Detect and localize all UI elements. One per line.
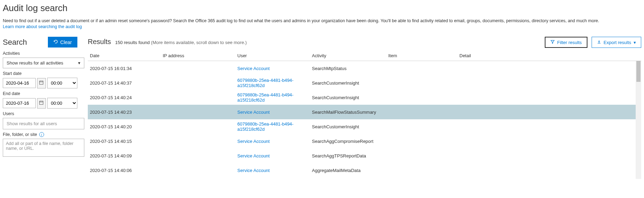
col-date-header[interactable]: Date (90, 53, 163, 58)
svg-rect-0 (40, 81, 43, 85)
user-link[interactable]: 6079880b-25ea-4481-b494-a15f218cf62d (237, 78, 294, 88)
table-row[interactable]: 2020-07-15 14:40:06 Service Account Aggr… (88, 163, 641, 178)
col-detail-header[interactable]: Detail (459, 53, 639, 58)
user-link[interactable]: 6079880b-25ea-4481-b494-a15f218cf62d (237, 92, 294, 103)
table-row[interactable]: 2020-07-15 14:40:09 Service Account Sear… (88, 148, 641, 163)
col-user-header[interactable]: User (237, 53, 312, 58)
table-header: Date IP address User Activity Item Detai… (88, 51, 641, 61)
cell-date: 2020-07-15 14:40:06 (90, 168, 163, 173)
svg-rect-1 (40, 101, 43, 105)
user-link[interactable]: Service Account (237, 66, 270, 71)
users-input[interactable] (3, 118, 84, 129)
activities-select[interactable]: Show results for all activities ▾ (3, 58, 84, 68)
cell-activity: SearchMailFlowStatusSummary (312, 110, 388, 115)
page-title: Audit log search (3, 3, 641, 14)
scroll-thumb[interactable] (636, 61, 641, 82)
filter-label: Filter results (557, 40, 582, 45)
results-more-text: (More items available, scroll down to se… (151, 40, 247, 45)
user-link[interactable]: Service Account (237, 168, 270, 173)
table-row[interactable]: 2020-07-15 14:40:15 Service Account Sear… (88, 134, 641, 148)
results-title: Results (88, 38, 111, 46)
cell-activity: SearchCustomerInsight (312, 80, 388, 86)
caret-down-icon: ▾ (634, 40, 636, 45)
download-icon (597, 40, 601, 45)
cell-activity: SearchCustomerInsight (312, 95, 388, 100)
user-link[interactable]: Service Account (237, 110, 270, 115)
end-date-input[interactable] (3, 98, 36, 108)
cell-date: 2020-07-15 14:40:20 (90, 124, 163, 129)
cell-date: 2020-07-15 14:40:15 (90, 139, 163, 144)
end-date-calendar-button[interactable] (37, 98, 46, 109)
caret-down-icon: ▾ (78, 60, 80, 66)
cell-date: 2020-07-15 16:01:34 (90, 66, 163, 71)
table-row[interactable]: 2020-07-15 14:40:20 6079880b-25ea-4481-b… (88, 119, 641, 134)
table-row[interactable]: 2020-07-15 16:01:34 Service Account Sear… (88, 61, 641, 76)
export-results-button[interactable]: Export results ▾ (592, 37, 641, 48)
undo-icon (53, 39, 58, 45)
cell-activity: SearchAggCompromiseReport (312, 139, 388, 144)
export-label: Export results (604, 40, 631, 45)
cell-date: 2020-07-15 14:40:24 (90, 95, 163, 100)
start-date-input[interactable] (3, 78, 36, 88)
cell-date: 2020-07-15 14:40:09 (90, 153, 163, 158)
calendar-icon (39, 100, 44, 106)
cell-activity: SearchAggTPSReportData (312, 153, 388, 158)
end-date-label: End date (3, 91, 77, 96)
learn-more-link[interactable]: Learn more about searching the audit log (3, 24, 82, 29)
filter-results-button[interactable]: Filter results (545, 37, 587, 48)
start-date-calendar-button[interactable] (37, 78, 46, 88)
info-icon[interactable]: i (39, 132, 44, 137)
table-row[interactable]: 2020-07-15 14:40:37 6079880b-25ea-4481-b… (88, 76, 641, 90)
file-input[interactable] (3, 139, 84, 157)
start-time-select[interactable]: 00:00 (47, 78, 77, 88)
search-title: Search (3, 38, 27, 47)
cell-date: 2020-07-15 14:40:37 (90, 80, 163, 86)
activities-label: Activities (3, 51, 77, 56)
scrollbar[interactable] (636, 61, 641, 179)
cell-activity: SearchCustomerInsight (312, 124, 388, 129)
col-item-header[interactable]: Item (388, 53, 459, 58)
cell-activity: AggregateMailMetaData (312, 168, 388, 173)
filter-icon (550, 40, 555, 45)
col-ip-header[interactable]: IP address (163, 53, 237, 58)
user-link[interactable]: 6079880b-25ea-4481-b494-a15f218cf62d (237, 121, 294, 132)
users-label: Users (3, 111, 77, 116)
table-row[interactable]: 2020-07-15 14:40:24 6079880b-25ea-4481-b… (88, 90, 641, 105)
clear-button[interactable]: Clear (48, 37, 77, 48)
cell-date: 2020-07-15 14:40:23 (90, 110, 163, 115)
start-date-label: Start date (3, 71, 77, 76)
cell-activity: SearchMtpStatus (312, 66, 388, 71)
file-label: File, folder, or site i (3, 132, 77, 137)
user-link[interactable]: Service Account (237, 153, 270, 158)
end-time-select[interactable]: 00:00 (47, 98, 77, 109)
user-link[interactable]: Service Account (237, 139, 270, 144)
clear-label: Clear (60, 40, 72, 45)
results-count: 150 results found (115, 40, 150, 45)
activities-value: Show results for all activities (7, 60, 63, 66)
table-row[interactable]: 2020-07-15 14:40:23 Service Account Sear… (88, 105, 641, 119)
col-activity-header[interactable]: Activity (312, 53, 388, 58)
calendar-icon (39, 80, 44, 86)
page-description: Need to find out if a user deleted a doc… (3, 18, 641, 23)
